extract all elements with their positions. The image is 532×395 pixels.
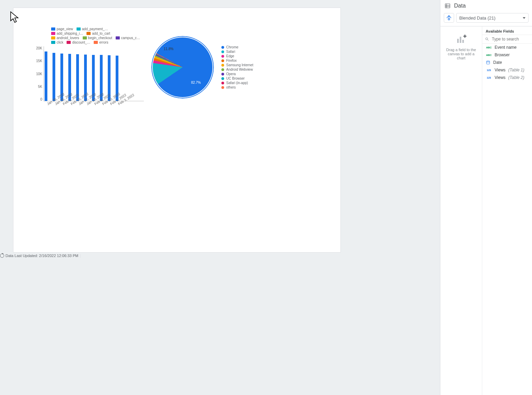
field-list: ABCEvent nameABCBrowserDate123Views (Tab…: [482, 44, 532, 81]
pie-legend-item[interactable]: Opera: [221, 72, 253, 76]
svg-rect-0: [445, 4, 450, 8]
pie-legend-item[interactable]: Edge: [221, 54, 253, 58]
search-icon: [485, 37, 489, 42]
field-suffix: (Table 2): [508, 75, 524, 80]
data-panel: Data Blended Data (21): [440, 0, 532, 395]
bar-chart-x-axis: Jan 26, 2022Jan 25, 2022Feb 9, 2022Feb 1…: [44, 101, 144, 106]
x-tick: Jan 26, 2022: [46, 101, 51, 106]
data-source-row: Blended Data (21): [440, 12, 532, 26]
legend-item[interactable]: discount_…: [67, 40, 90, 44]
legend-item[interactable]: add_payment_…: [77, 27, 108, 31]
svg-rect-6: [460, 37, 461, 43]
pie-legend-item[interactable]: Chrome: [221, 45, 253, 49]
svg-rect-12: [486, 61, 489, 64]
pie-legend-item[interactable]: Safari: [221, 50, 253, 54]
x-tick: Jan 20, 2022: [86, 101, 90, 106]
status-bar: Data Last Updated: 2/16/2022 12:06:33 PM…: [0, 254, 81, 258]
pie-legend-item[interactable]: UC Browser: [221, 77, 253, 80]
pie-slice-label: 11.8%: [164, 47, 173, 51]
svg-rect-5: [457, 39, 459, 43]
svg-point-4: [448, 18, 450, 20]
field-item[interactable]: 123Views (Table 2): [482, 74, 532, 81]
status-text: Data Last Updated: 2/16/2022 12:06:33 PM: [5, 254, 78, 258]
dropzone-hint: Drag a field to the canvas to add a char…: [443, 48, 479, 60]
bar[interactable]: [45, 51, 47, 101]
type-chip: 123: [486, 69, 492, 72]
bar[interactable]: [53, 53, 55, 101]
field-item[interactable]: ABCEvent name: [482, 44, 532, 51]
data-panel-header: Data: [440, 0, 532, 12]
data-panel-body: Drag a field to the canvas to add a char…: [440, 26, 532, 395]
data-panel-title: Data: [454, 3, 466, 9]
field-item[interactable]: 123Views (Table 1): [482, 66, 532, 74]
legend-item[interactable]: add_to_cart: [86, 32, 110, 35]
blend-data-button[interactable]: [444, 13, 454, 23]
field-label: Date: [493, 60, 502, 65]
pie-legend-item[interactable]: Samsung Internet: [221, 63, 253, 67]
y-tick: 5K: [38, 85, 42, 89]
type-chip: ABC: [486, 54, 492, 57]
legend-item[interactable]: android_lovers: [51, 36, 79, 40]
y-tick: 20K: [36, 46, 42, 50]
field-item[interactable]: Date: [482, 59, 532, 66]
type-chip: ABC: [486, 46, 492, 49]
add-chart-icon: [455, 33, 467, 45]
field-item[interactable]: ABCBrowser: [482, 51, 532, 59]
x-tick: Feb 3, 2022: [117, 101, 122, 106]
legend-item[interactable]: errors: [94, 40, 108, 44]
legend-item[interactable]: campus_c…: [116, 36, 140, 40]
fields-header: Available Fields: [482, 26, 532, 35]
bar-chart-y-axis: 20K15K10K5K0: [31, 46, 44, 101]
pie-legend-item[interactable]: Android Webview: [221, 68, 253, 71]
x-tick: Feb 8, 2022: [94, 101, 98, 106]
y-tick: 10K: [36, 72, 42, 76]
pie-legend-item[interactable]: Safari (in-app): [221, 81, 253, 85]
svg-point-10: [486, 38, 488, 40]
legend-item[interactable]: page_view: [51, 27, 73, 31]
pie-legend-item[interactable]: Firefox: [221, 59, 253, 62]
x-tick: Feb 10, 2022: [102, 101, 106, 106]
legend-item[interactable]: begin_checkout: [83, 36, 112, 40]
type-chip: 123: [486, 76, 492, 79]
y-tick: 0: [40, 97, 42, 101]
x-tick: Feb 2, 2022: [109, 101, 114, 106]
field-label: Browser: [495, 53, 510, 57]
legend-item[interactable]: add_shipping_i…: [51, 32, 83, 35]
available-fields: Available Fields ABCEvent nameABCBrowser…: [482, 26, 532, 395]
x-tick: Jan 27, 2022: [78, 101, 82, 106]
bar-chart-legend: page_viewadd_payment_…add_shipping_i…add…: [51, 27, 140, 44]
data-panel-icon: [444, 3, 451, 9]
pie-chart[interactable]: 11.8% 82.7% ChromeSafariEdgeFirefoxSamsu…: [151, 35, 253, 99]
fields-search-input[interactable]: [491, 36, 529, 42]
legend-item[interactable]: click: [51, 40, 63, 44]
app-root: page_viewadd_payment_…add_shipping_i…add…: [0, 0, 532, 395]
x-tick: Jan 25, 2022: [54, 101, 59, 106]
pie-chart-ring: 11.8% 82.7%: [151, 35, 215, 99]
data-source-label: Blended Data (21): [459, 15, 496, 21]
x-tick: Feb 15, 2022: [70, 101, 74, 106]
chevron-down-icon: [523, 17, 525, 19]
bar-chart[interactable]: page_viewadd_payment_…add_shipping_i…add…: [31, 27, 144, 106]
svg-rect-7: [462, 40, 464, 43]
pie-slice-label: 82.7%: [191, 81, 201, 84]
data-source-select[interactable]: Blended Data (21): [456, 13, 529, 23]
calendar-icon: [486, 60, 490, 65]
pie-legend-item[interactable]: others: [221, 85, 253, 89]
field-label: Event name: [495, 45, 517, 50]
field-suffix: (Table 1): [508, 68, 524, 72]
pie-chart-legend: ChromeSafariEdgeFirefoxSamsung InternetA…: [221, 45, 253, 89]
report-page[interactable]: page_viewadd_payment_…add_shipping_i…add…: [13, 8, 341, 253]
svg-line-11: [487, 39, 488, 40]
blend-icon: [446, 15, 452, 21]
pie-chart-slices: [153, 37, 212, 97]
x-tick: Feb 9, 2022: [62, 101, 67, 106]
field-label: Views: [495, 75, 506, 80]
report-canvas[interactable]: page_viewadd_payment_…add_shipping_i…add…: [0, 0, 440, 395]
fields-search[interactable]: [482, 35, 532, 44]
y-tick: 15K: [36, 59, 42, 63]
add-chart-dropzone[interactable]: Drag a field to the canvas to add a char…: [440, 26, 482, 395]
refresh-icon[interactable]: [0, 254, 4, 258]
field-label: Views: [495, 68, 506, 72]
